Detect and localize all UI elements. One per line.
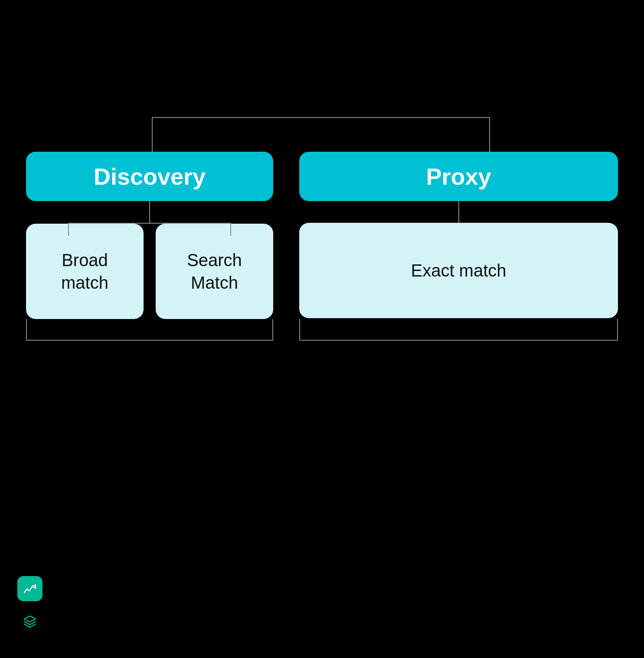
top-connector-line: [152, 117, 490, 118]
top-left-drop-line: [152, 117, 153, 152]
layers-icon-button[interactable]: [17, 609, 42, 634]
discovery-bracket: [26, 319, 273, 341]
proxy-bracket: [299, 319, 618, 341]
proxy-v-connector: [458, 201, 459, 223]
discovery-v-connector: [149, 201, 150, 223]
discovery-label: Discovery: [94, 163, 206, 189]
proxy-children-row: Exact match: [299, 223, 618, 318]
proxy-header-box: Proxy: [299, 152, 618, 201]
chart-icon: [23, 581, 37, 596]
discovery-column: Discovery Broadmatch SearchMatch: [26, 152, 273, 319]
discovery-h-spread: [68, 223, 231, 224]
columns-row: Discovery Broadmatch SearchMatch Proxy: [26, 152, 618, 319]
discovery-spread-right: [230, 223, 231, 236]
broad-match-card: Broadmatch: [26, 224, 144, 319]
bracket-row: [26, 319, 618, 341]
diagram-wrapper: Discovery Broadmatch SearchMatch Proxy: [26, 117, 618, 341]
proxy-label: Proxy: [426, 163, 491, 189]
svg-marker-0: [24, 616, 36, 622]
exact-match-label: Exact match: [411, 261, 506, 280]
discovery-children-row: Broadmatch SearchMatch: [26, 224, 273, 319]
discovery-spread-left: [68, 223, 69, 236]
top-right-drop-line: [489, 117, 490, 152]
bottom-icons-section: [17, 576, 42, 634]
layers-icon: [23, 614, 37, 629]
broad-match-label: Broadmatch: [61, 249, 108, 294]
chart-icon-button[interactable]: [17, 576, 42, 601]
proxy-column: Proxy Exact match: [299, 152, 618, 319]
search-match-label: SearchMatch: [187, 249, 242, 294]
search-match-card: SearchMatch: [156, 224, 273, 319]
discovery-header-box: Discovery: [26, 152, 273, 201]
exact-match-card: Exact match: [299, 223, 618, 318]
